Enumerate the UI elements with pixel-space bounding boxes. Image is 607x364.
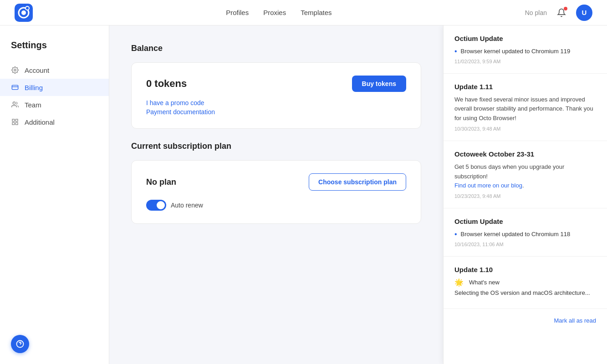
payment-docs-link[interactable]: Payment documentation <box>146 108 406 116</box>
mark-read-row: Mark all as read <box>444 309 607 332</box>
notif-title-2: Octoweek October 23-31 <box>454 150 596 158</box>
sidebar-item-account[interactable]: Account <box>0 61 109 79</box>
svg-rect-8 <box>12 119 15 121</box>
notification-dot <box>564 7 567 10</box>
auto-renew-row: Auto renew <box>146 200 406 211</box>
emoji-icon: 🌟 <box>454 278 464 287</box>
svg-point-4 <box>14 69 16 71</box>
svg-rect-5 <box>12 85 18 89</box>
toggle-knob <box>157 201 165 209</box>
notif-bullet-3: • Browser kernel updated to Chromium 118 <box>454 230 596 239</box>
balance-section-title: Balance <box>131 44 421 53</box>
notif-section-1: Update 1.11 We have fixed several minor … <box>444 74 607 141</box>
sidebar-item-team[interactable]: Team <box>0 96 109 113</box>
logo-icon <box>15 4 33 22</box>
auto-renew-toggle[interactable] <box>146 200 166 211</box>
svg-point-3 <box>26 6 29 10</box>
grid-icon <box>11 118 19 126</box>
gear-icon <box>11 66 19 74</box>
token-count: 0 tokens <box>146 78 187 90</box>
notif-title-0: Octium Update <box>454 35 596 42</box>
notification-panel: Octium Update • Browser kernel updated t… <box>443 25 607 364</box>
notif-body-1: We have fixed several minor issues and i… <box>454 95 596 123</box>
nav-profiles[interactable]: Profiles <box>226 7 249 18</box>
help-icon <box>16 340 24 348</box>
svg-rect-11 <box>15 122 18 125</box>
notif-date-1: 10/30/2023, 9:48 AM <box>454 126 596 131</box>
notif-text-3: Browser kernel updated to Chromium 118 <box>461 230 571 239</box>
no-plan-badge: No plan <box>525 9 547 16</box>
user-avatar[interactable]: U <box>576 5 592 21</box>
promo-links: I have a promo code Payment documentatio… <box>146 99 406 116</box>
header-right: No plan U <box>525 5 592 21</box>
header: Profiles Proxies Templates No plan U <box>0 0 607 25</box>
logo <box>15 4 33 22</box>
balance-row: 0 tokens Buy tokens <box>146 76 406 92</box>
notif-date-2: 10/23/2023, 9:48 AM <box>454 193 596 199</box>
notif-bullet-4b: Selecting the OS version and macOS archi… <box>454 288 596 298</box>
notif-body-before-2: Get 5 bonus days when you upgrade your s… <box>454 163 564 180</box>
notif-text-4a: What's new <box>469 278 500 287</box>
notif-text-0: Browser kernel updated to Chromium 119 <box>461 47 571 56</box>
bullet-icon-3: • <box>454 230 457 238</box>
svg-point-7 <box>13 102 15 104</box>
auto-renew-label: Auto renew <box>171 202 203 209</box>
notif-title-1: Update 1.11 <box>454 83 596 91</box>
balance-card: 0 tokens Buy tokens I have a promo code … <box>131 62 421 129</box>
buy-tokens-button[interactable]: Buy tokens <box>352 76 406 92</box>
plan-row: No plan Choose subscription plan <box>146 173 406 191</box>
sidebar-title: Settings <box>0 40 109 61</box>
notif-section-0: Octium Update • Browser kernel updated t… <box>444 25 607 74</box>
svg-rect-9 <box>15 119 18 121</box>
subscription-card: No plan Choose subscription plan Auto re… <box>131 160 421 224</box>
sidebar-item-billing[interactable]: Billing <box>0 79 109 96</box>
sidebar-billing-label: Billing <box>25 84 43 91</box>
notif-title-4: Update 1.10 <box>454 266 596 273</box>
sidebar-team-label: Team <box>25 101 41 109</box>
promo-code-link[interactable]: I have a promo code <box>146 99 406 106</box>
notif-text-4b: Selecting the OS version and macOS archi… <box>454 288 590 298</box>
notif-date-3: 10/16/2023, 11:06 AM <box>454 242 596 247</box>
notif-section-2: Octoweek October 23-31 Get 5 bonus days … <box>444 141 607 208</box>
svg-rect-10 <box>12 122 15 125</box>
help-button[interactable] <box>11 335 29 353</box>
notif-section-4: Update 1.10 🌟 What's new Selecting the O… <box>444 257 607 309</box>
billing-icon <box>11 83 19 91</box>
sidebar-account-label: Account <box>25 66 49 74</box>
plan-name: No plan <box>146 177 176 187</box>
notif-body-2: Get 5 bonus days when you upgrade your s… <box>454 162 596 191</box>
mark-all-read-button[interactable]: Mark all as read <box>554 317 596 324</box>
sidebar-additional-label: Additional <box>25 118 55 126</box>
notif-date-0: 11/02/2023, 9:59 AM <box>454 59 596 64</box>
notif-section-3: Octium Update • Browser kernel updated t… <box>444 208 607 257</box>
notif-bullet-0: • Browser kernel updated to Chromium 119 <box>454 47 596 56</box>
sidebar-item-additional[interactable]: Additional <box>0 113 109 131</box>
sidebar: Settings Account Billing <box>0 25 109 364</box>
nav-proxies[interactable]: Proxies <box>263 7 286 18</box>
notif-title-3: Octium Update <box>454 217 596 225</box>
notifications-button[interactable] <box>554 5 569 20</box>
notif-bullet-4a: 🌟 What's new <box>454 278 596 287</box>
main-nav: Profiles Proxies Templates <box>226 7 332 18</box>
billing-content: Balance 0 tokens Buy tokens I have a pro… <box>109 25 443 364</box>
choose-plan-button[interactable]: Choose subscription plan <box>309 173 406 191</box>
notif-link-2[interactable]: Find out more on our blog <box>454 182 522 189</box>
nav-templates[interactable]: Templates <box>301 7 332 18</box>
svg-point-2 <box>21 10 26 15</box>
team-icon <box>11 101 19 109</box>
main-layout: Settings Account Billing <box>0 25 607 364</box>
subscription-section-title: Current subscription plan <box>131 142 421 151</box>
bullet-icon: • <box>454 47 457 56</box>
